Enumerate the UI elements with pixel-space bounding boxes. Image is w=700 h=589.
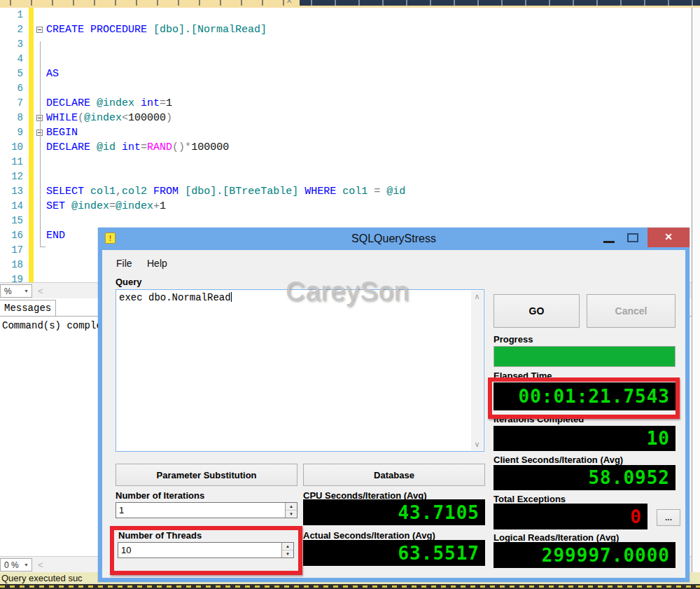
- client-seconds-display: 58.0952: [493, 465, 676, 490]
- actual-seconds-label: Actual Seconds/Iteration (Avg): [303, 530, 435, 541]
- change-track-bar: [29, 125, 34, 140]
- stepper-down-icon[interactable]: ▼: [286, 511, 297, 518]
- total-exceptions-label: Total Exceptions: [493, 494, 566, 504]
- line-number: 10: [0, 140, 27, 155]
- line-number: 2: [0, 22, 27, 37]
- collapse-toggle-icon[interactable]: [36, 27, 43, 33]
- code-line: 4: [0, 52, 692, 67]
- change-track-bar: [29, 199, 34, 214]
- editor-zoom-select[interactable]: % ▼: [0, 284, 32, 298]
- outline-guide-line: [40, 41, 46, 247]
- code-text: WHILE(@index<100000): [45, 111, 172, 125]
- maximize-button[interactable]: [627, 233, 638, 242]
- iterations-completed-display: 10: [493, 426, 676, 451]
- query-label: Query: [115, 277, 142, 287]
- text-caret: [231, 292, 232, 302]
- line-number: 6: [0, 81, 27, 96]
- change-track-bar: [29, 155, 34, 169]
- annotation-elapsed-time: [488, 377, 680, 419]
- fold-gutter: [34, 272, 45, 283]
- code-text: SELECT col1,col2 FROM [dbo].[BTreeTable]…: [45, 184, 405, 199]
- tab-close-icon[interactable]: ✕: [284, 0, 294, 6]
- change-track-bar: [29, 81, 34, 96]
- exceptions-more-button[interactable]: ...: [657, 509, 680, 526]
- change-track-bar: [29, 37, 34, 52]
- progress-label: Progress: [493, 334, 533, 345]
- document-tab-active[interactable]: [300, 0, 700, 6]
- tab-messages[interactable]: Messages: [0, 300, 56, 317]
- scroll-up-icon[interactable]: ∧: [471, 292, 483, 301]
- logical-reads-label: Logical Reads/Iteration (Avg): [493, 532, 619, 543]
- logical-reads-display: 299997.0000: [493, 542, 676, 568]
- change-track-bar: [29, 140, 34, 155]
- code-text: [45, 272, 46, 283]
- menu-help[interactable]: Help: [143, 256, 172, 270]
- zoom-value: 0 %: [4, 560, 19, 570]
- query-scrollbar[interactable]: ∧ ∨: [471, 291, 483, 450]
- code-text: [45, 258, 46, 272]
- app-warning-icon: !: [105, 233, 115, 244]
- line-number: 13: [0, 184, 27, 199]
- annotation-number-of-threads: [110, 526, 302, 575]
- document-tab-inactive[interactable]: [0, 0, 300, 6]
- parameter-substitution-button[interactable]: Parameter Substitution: [115, 464, 298, 486]
- cancel-button[interactable]: Cancel: [587, 294, 676, 328]
- change-track-bar: [29, 169, 34, 184]
- code-text: BEGIN: [45, 125, 78, 140]
- database-button[interactable]: Database: [303, 464, 485, 486]
- num-iterations-value[interactable]: 1: [116, 503, 285, 518]
- line-number: 18: [0, 258, 27, 272]
- change-track-bar: [29, 272, 34, 283]
- code-line: 6: [0, 81, 692, 96]
- client-seconds-label: Client Seconds/Iteration (Avg): [493, 455, 623, 465]
- actual-seconds-display: 63.5517: [303, 540, 485, 566]
- status-message: Query executed suc: [1, 573, 83, 583]
- code-text: [45, 8, 46, 22]
- messages-output: Command(s) comple: [2, 320, 102, 331]
- chevron-down-icon: ▼: [24, 289, 29, 293]
- code-text: AS: [45, 67, 59, 81]
- num-iterations-stepper[interactable]: 1 ▲ ▼: [115, 502, 298, 518]
- change-track-bar: [29, 258, 34, 272]
- change-track-bar: [29, 214, 34, 228]
- line-number: 7: [0, 96, 27, 111]
- code-text: DECLARE @id int=RAND()*100000: [45, 140, 229, 155]
- code-line: 14SET @index=@index+1: [0, 199, 692, 214]
- ssms-window: ✕ 12CREATE PROCEDURE [dbo].[NormalRead]3…: [0, 0, 700, 589]
- results-zoom-select[interactable]: 0 % ▼: [0, 558, 32, 571]
- menu-file[interactable]: File: [112, 256, 136, 270]
- line-number: 16: [0, 228, 27, 243]
- hscroll-left-icon[interactable]: <: [38, 560, 43, 570]
- code-text: CREATE PROCEDURE [dbo].[NormalRead]: [45, 22, 267, 37]
- code-line: 15: [0, 214, 692, 228]
- line-number: 11: [0, 155, 27, 169]
- chevron-down-icon: ▼: [24, 562, 29, 567]
- change-track-bar: [29, 228, 34, 243]
- close-button[interactable]: ✕: [648, 228, 690, 247]
- line-number: 15: [0, 214, 27, 228]
- change-track-bar: [29, 52, 34, 67]
- marquee-dashes: [0, 585, 700, 588]
- line-number: 9: [0, 125, 27, 140]
- window-title: SQLQueryStress: [98, 233, 690, 245]
- go-button[interactable]: GO: [493, 294, 580, 328]
- line-number: 4: [0, 52, 27, 67]
- minimize-button[interactable]: [603, 241, 615, 243]
- scroll-down-icon[interactable]: ∨: [471, 440, 483, 449]
- num-iterations-label: Number of Iterations: [115, 490, 204, 501]
- change-track-bar: [29, 96, 34, 111]
- query-input[interactable]: exec dbo.NormalRead ∧ ∨: [115, 289, 484, 452]
- window-right-margin: [692, 8, 700, 584]
- stepper-up-icon[interactable]: ▲: [286, 503, 297, 511]
- line-number: 14: [0, 199, 27, 214]
- zoom-value: %: [4, 286, 12, 296]
- line-number: 12: [0, 169, 27, 184]
- cpu-seconds-display: 43.7105: [303, 499, 485, 525]
- code-line: 8WHILE(@index<100000): [0, 111, 692, 125]
- line-number: 17: [0, 243, 27, 258]
- code-line: 10DECLARE @id int=RAND()*100000: [0, 140, 692, 155]
- hscroll-left-icon[interactable]: <: [38, 286, 43, 296]
- progress-fill: [494, 347, 675, 366]
- title-bar[interactable]: ! SQLQueryStress: [98, 228, 690, 250]
- fold-gutter: [34, 22, 45, 37]
